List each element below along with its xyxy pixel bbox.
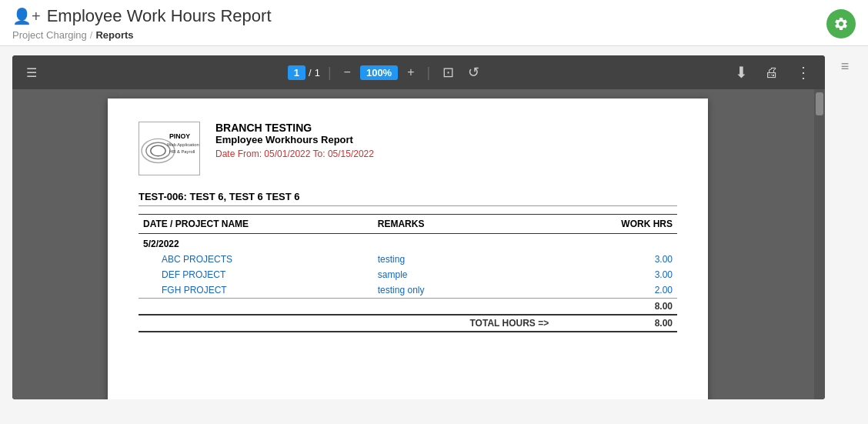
- print-button[interactable]: 🖨: [760, 62, 783, 84]
- rotate-button[interactable]: ↺: [463, 61, 484, 84]
- remarks-3: testing only: [373, 282, 553, 299]
- project-name-1: ABC PROJECTS: [139, 252, 373, 267]
- project-name-3: FGH PROJECT: [139, 282, 373, 299]
- menu-button[interactable]: ☰: [22, 62, 42, 83]
- col-date-project: DATE / PROJECT NAME: [139, 215, 373, 234]
- subtotal-empty-2: [373, 299, 553, 315]
- download-icon: ⬇: [735, 63, 748, 82]
- subtotal-empty-1: [139, 299, 373, 315]
- pdf-page: PINOY Web Application HR & Payroll BRANC…: [108, 98, 708, 399]
- zoom-level: 100%: [360, 65, 398, 80]
- svg-text:HR & Payroll: HR & Payroll: [169, 149, 195, 154]
- subtotal-row: 8.00: [139, 299, 677, 315]
- report-table: DATE / PROJECT NAME REMARKS WORK HRS 5/2…: [139, 214, 677, 332]
- date-from-value: 05/01/2022: [264, 149, 310, 159]
- sep2: |: [427, 65, 431, 81]
- remarks-2: sample: [373, 267, 553, 282]
- fit-page-icon: ⊡: [442, 64, 454, 81]
- empty-cell: [553, 234, 677, 252]
- svg-text:Web Application: Web Application: [167, 142, 199, 147]
- company-logo: PINOY Web Application HR & Payroll: [139, 122, 200, 175]
- page-indicator: 1 / 1: [288, 65, 320, 80]
- svg-point-2: [151, 145, 165, 156]
- subtotal-value: 8.00: [553, 299, 677, 315]
- hours-3: 2.00: [553, 282, 677, 299]
- date-from-label: Date From:: [215, 149, 262, 159]
- pdf-toolbar: ☰ 1 / 1 | − 100% + | ⊡: [12, 55, 825, 89]
- date-cell: 5/2/2022: [139, 234, 373, 252]
- sep1: |: [328, 65, 332, 81]
- page-header: 👤+ Employee Work Hours Report Project Ch…: [0, 0, 868, 46]
- more-icon: ⋮: [796, 63, 811, 82]
- employee-section: TEST-006: TEST 6, TEST 6 TEST 6: [139, 191, 677, 206]
- hamburger-icon: ☰: [26, 65, 37, 80]
- col-remarks: REMARKS: [373, 215, 553, 234]
- right-sidebar: ≡: [834, 55, 856, 399]
- scrollbar-thumb[interactable]: [816, 92, 823, 115]
- breadcrumb-separator: /: [90, 29, 93, 41]
- col-workhrs: WORK HRS: [553, 215, 677, 234]
- breadcrumb-current: Reports: [95, 29, 133, 41]
- zoom-out-icon: −: [344, 65, 351, 79]
- table-row: DEF PROJECT sample 3.00: [139, 267, 677, 282]
- table-row: ABC PROJECTS testing 3.00: [139, 252, 677, 267]
- employee-name: TEST-006: TEST 6, TEST 6 TEST 6: [139, 191, 677, 206]
- employee-id: TEST-006: [139, 191, 184, 202]
- report-title: Employee Workhours Report: [215, 134, 374, 145]
- doc-header: PINOY Web Application HR & Payroll BRANC…: [139, 122, 677, 175]
- remarks-1: testing: [373, 252, 553, 267]
- breadcrumb: Project Charging / Reports: [12, 29, 856, 41]
- zoom-out-button[interactable]: −: [339, 62, 356, 82]
- date-to-label: To:: [313, 149, 326, 159]
- project-name-2: DEF PROJECT: [139, 267, 373, 282]
- table-header-row: DATE / PROJECT NAME REMARKS WORK HRS: [139, 215, 677, 234]
- fit-page-button[interactable]: ⊡: [438, 61, 459, 84]
- more-options-button[interactable]: ⋮: [791, 60, 816, 85]
- total-empty: [139, 315, 373, 332]
- employee-fullname: TEST 6, TEST 6 TEST 6: [189, 191, 299, 202]
- empty-cell: [373, 234, 553, 252]
- doc-title-block: BRANCH TESTING Employee Workhours Report…: [215, 122, 374, 159]
- total-value: 8.00: [553, 315, 677, 332]
- table-row: FGH PROJECT testing only 2.00: [139, 282, 677, 299]
- hours-2: 3.00: [553, 267, 677, 282]
- zoom-in-icon: +: [407, 65, 414, 79]
- gear-button[interactable]: [826, 9, 856, 38]
- date-to-value: 05/15/2022: [328, 149, 374, 159]
- total-pages: 1: [315, 67, 320, 78]
- gear-icon: [833, 16, 849, 32]
- pdf-scrollbar[interactable]: [814, 89, 825, 399]
- total-row: TOTAL HOURS => 8.00: [139, 315, 677, 332]
- main-content: ☰ 1 / 1 | − 100% + | ⊡: [0, 46, 868, 409]
- total-label: TOTAL HOURS =>: [373, 315, 553, 332]
- zoom-in-button[interactable]: +: [402, 62, 419, 82]
- pdf-content-area: PINOY Web Application HR & Payroll BRANC…: [12, 89, 825, 399]
- title-icon: 👤+: [12, 7, 41, 25]
- breadcrumb-parent[interactable]: Project Charging: [12, 29, 87, 41]
- pdf-viewer: ☰ 1 / 1 | − 100% + | ⊡: [12, 55, 825, 399]
- date-row: 5/2/2022: [139, 234, 677, 252]
- page-sep: /: [309, 67, 312, 78]
- svg-text:PINOY: PINOY: [169, 132, 190, 140]
- company-name: BRANCH TESTING: [215, 122, 374, 134]
- download-button[interactable]: ⬇: [730, 60, 753, 85]
- date-range: Date From: 05/01/2022 To: 05/15/2022: [215, 149, 374, 159]
- hours-1: 3.00: [553, 252, 677, 267]
- page-title: Employee Work Hours Report: [47, 6, 272, 26]
- sidebar-menu-icon[interactable]: ≡: [841, 58, 850, 75]
- print-icon: 🖨: [765, 65, 779, 81]
- current-page: 1: [288, 65, 305, 80]
- rotate-icon: ↺: [468, 64, 479, 81]
